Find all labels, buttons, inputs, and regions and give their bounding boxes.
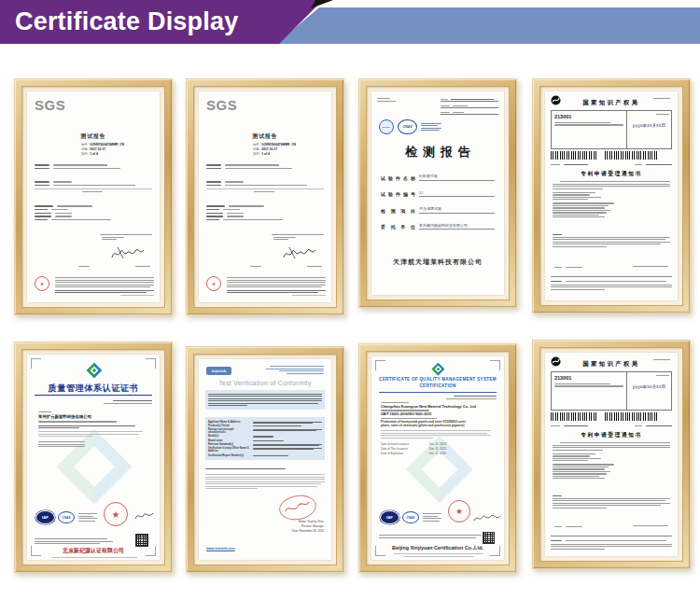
issuing-company: 北京新纪源认证有限公司 <box>27 547 160 555</box>
notice-body-lines <box>553 180 670 219</box>
examiner-line <box>554 524 668 530</box>
accreditation-logos: IAF CNAS <box>381 511 441 523</box>
report-title: 测试报告 <box>27 132 160 141</box>
header-banner: Certificate Display <box>0 0 336 44</box>
qr-code-icon <box>135 534 148 547</box>
website-link: www.intertek.com <box>206 547 235 550</box>
patent-office-title: 国家知识产权局 <box>545 99 678 107</box>
certificate-number-lines <box>104 399 152 405</box>
certification-scope: Production of honeycomb panels and inner… <box>381 420 495 427</box>
header-left-lines <box>377 97 396 103</box>
title-underline <box>379 392 497 393</box>
signature <box>133 509 156 522</box>
frame-mat: 质量管理体系认证证书 常州扩云新材料科技有限公司 IAF C <box>21 349 165 565</box>
signature <box>281 244 318 261</box>
certificate-patent-notice-2[interactable]: 国家知识产权局 213001 2020年10月23日 <box>532 340 691 569</box>
frame-mat: intertek Test Verification of Conformity… <box>193 354 337 565</box>
footer-disclaimer-lines <box>55 276 154 298</box>
qms-en-paper: CERTIFICATE OF QUALITY MANAGEMENT SYSTEM… <box>371 356 504 560</box>
footnote-lines <box>379 534 482 539</box>
corner-bracket-icon <box>375 360 385 370</box>
certificate-sgs-report-2[interactable]: SGS 测试报告 编号GZHN7600476MMR_CN 日期2017-10-1… <box>186 78 344 315</box>
frame-mat: SGS 测试报告 编号GZHN7600476MMR_CN 日期2017-10-1… <box>21 86 165 308</box>
patent-notice-paper: 国家知识产权局 213001 2020年10月23日 <box>545 91 678 300</box>
barcodes <box>551 412 659 421</box>
patent-code: 213001 <box>554 114 623 119</box>
inspection-report-paper: ilac-MRA CNAS 检测报告 试验件名称铝蜂窝芯板 试验件编号1# 检测… <box>371 91 504 295</box>
certificate-qms-chinese[interactable]: 质量管理体系认证证书 常州扩云新材料科技有限公司 IAF C <box>14 341 173 573</box>
certificate-number-lines <box>446 395 497 400</box>
barcodes <box>551 151 659 160</box>
examiner-line <box>554 265 668 271</box>
intro-paragraph-lines <box>205 390 325 410</box>
corner-bracket-icon <box>31 358 41 369</box>
cnas-logo: CNAS <box>398 119 417 134</box>
patent-date-stamp: 2020年10月23日 <box>629 123 669 129</box>
certificate-qms-english[interactable]: CERTIFICATE OF QUALITY MANAGEMENT SYSTEM… <box>358 343 517 573</box>
frame-mat: CERTIFICATE OF QUALITY MANAGEMENT SYSTEM… <box>366 351 510 565</box>
details-table: Applicant Name & Address Product(s) Test… <box>205 417 325 460</box>
corner-bracket-icon <box>146 358 156 369</box>
client-text-lines <box>206 162 322 172</box>
frame-mat: SGS 测试报告 编号GZHN7600476MMR_CN 日期2017-10-1… <box>193 86 337 308</box>
red-seal-icon: ★ <box>448 500 470 522</box>
sgs-logo: SGS <box>206 97 237 113</box>
certificate-patent-notice-1[interactable]: 国家知识产权局 213001 2020年10月23日 <box>532 78 691 313</box>
accreditation-text-lines <box>423 512 441 522</box>
standard: GB/T 19001-2016/ISO 9001:2015 <box>381 412 495 416</box>
notes-lines <box>553 233 670 248</box>
certificate-title: CERTIFICATE OF QUALITY MANAGEMENT SYSTEM… <box>371 377 504 390</box>
sgs-report-paper: SGS 测试报告 编号GZHN7600476MMR_CN 日期2017-10-1… <box>27 91 160 302</box>
accreditation-logos: ilac-MRA CNAS <box>379 119 441 134</box>
certificate-intertek[interactable]: intertek Test Verification of Conformity… <box>186 346 344 573</box>
report-title: 检测报告 <box>371 144 504 160</box>
red-seal-icon: ★ <box>35 276 49 291</box>
report-fields: 试验件名称铝蜂窝芯板 试验件编号1# 检测项目平压强度试验 委托单位常州鑫珂新材… <box>381 174 495 239</box>
footer-disclaimer-lines <box>227 276 326 298</box>
cnas-logo: CNAS <box>402 511 419 523</box>
notice-body-lines <box>553 441 670 481</box>
result-text-lines <box>206 203 322 223</box>
client-text-lines <box>35 162 150 172</box>
issuing-company: 天津航天瑞莱科技有限公司 <box>371 258 504 267</box>
red-stamp-icon <box>277 493 318 523</box>
certified-company: Changzhou Kuangyun New Material Technolo… <box>381 405 495 409</box>
certification-body-logo-icon <box>86 362 103 379</box>
signature <box>109 244 147 261</box>
corner-bracket-icon <box>490 360 500 370</box>
certified-company: 常州扩云新材料科技有限公司 <box>38 414 150 419</box>
barcode-icon <box>551 151 597 160</box>
certificate-inspection-report[interactable]: ilac-MRA CNAS 检测报告 试验件名称铝蜂窝芯板 试验件编号1# 检测… <box>358 78 517 308</box>
accreditation-logos: IAF CNAS <box>36 511 97 523</box>
notice-title: 专利申请受理通知书 <box>545 431 678 439</box>
certificate-body: 常州扩云新材料科技有限公司 <box>38 411 150 449</box>
lab-address-lines <box>94 233 152 242</box>
qms-cn-paper: 质量管理体系认证证书 常州扩云新材料科技有限公司 IAF C <box>27 355 160 560</box>
sample-text-lines <box>206 179 322 193</box>
intertek-logo: intertek <box>206 367 231 375</box>
iaf-logo: IAF <box>381 511 399 523</box>
certificate-title: 质量管理体系认证证书 <box>27 383 160 395</box>
office-address-lines <box>266 365 324 375</box>
issuing-company: Beijing Xinjiyuan Certification Co.,Ltd. <box>371 545 504 550</box>
red-seal-icon: ★ <box>206 276 221 291</box>
certification-body-logo-icon <box>431 362 445 376</box>
sgs-logo: SGS <box>35 97 65 113</box>
barcode-icon <box>551 412 597 421</box>
report-meta: 编号GZHN7600476MMR_CN 日期2017-10-17 页码1 of … <box>253 143 324 157</box>
header-number-table <box>441 95 498 115</box>
frame-mat: 国家知识产权局 213001 2020年10月23日 <box>539 86 683 306</box>
certificate-title: Test Verification of Conformity <box>199 380 331 386</box>
title-underline <box>35 395 152 396</box>
result-text-lines <box>35 203 150 223</box>
patent-office-title: 国家知识产权局 <box>545 360 678 369</box>
signature-captions <box>250 265 322 269</box>
iaf-logo: IAF <box>36 511 54 523</box>
signatory-block: Name: Stanley Zhou Position: Manager Dat… <box>292 520 324 534</box>
lab-address-lines <box>266 233 324 242</box>
intertek-paper: intertek Test Verification of Conformity… <box>199 359 331 560</box>
certificate-sgs-report-1[interactable]: SGS 测试报告 编号GZHN7600476MMR_CN 日期2017-10-1… <box>14 78 173 315</box>
patent-header-box: 213001 2020年10月23日 <box>551 110 672 149</box>
sample-text-lines <box>35 179 150 193</box>
patent-notice-paper: 国家知识产权局 213001 2020年10月23日 <box>545 353 678 556</box>
